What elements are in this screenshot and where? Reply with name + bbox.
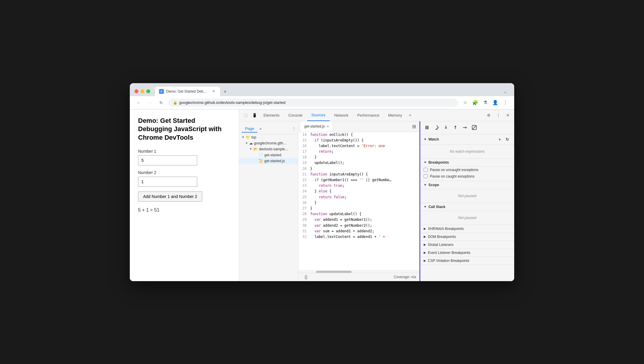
call-stack-section-header[interactable]: ▼ Call Stack [420,203,514,211]
tab-sources[interactable]: Sources [307,109,330,121]
tab-elements[interactable]: Elements [259,109,284,121]
address-text: googlechrome.github.io/devtools-samples/… [179,100,453,105]
back-button[interactable]: ← [135,99,143,107]
code-content[interactable]: 14 function onClick() { 15 if (inputsAre… [298,132,420,270]
pause-uncaught-checkbox[interactable] [424,168,428,172]
line-code-32: label.textContent = addend1 + ' + [310,234,420,240]
call-stack-title: Call Stack [428,205,445,209]
tab-bar-end-icon[interactable]: ⌄ [501,87,509,96]
active-tab[interactable]: D Demo: Get Started Debuggin... ✕ [155,87,220,96]
scope-section-content: Not paused [420,189,514,203]
devtools-more-button[interactable]: ⋮ [494,111,502,119]
xhr-breakpoints-label: XHR/fetch Breakpoints [428,227,464,231]
breakpoints-section-header[interactable]: ▼ Breakpoints [420,159,514,167]
csp-violation-breakpoints-row[interactable]: ▶ CSP Violation Breakpoints [420,257,514,265]
split-panel-icon[interactable]: ⊞ [411,123,417,131]
dom-breakpoints-row[interactable]: ▶ DOM Breakpoints [420,233,514,241]
new-tab-button[interactable]: + [221,87,230,96]
deactivate-icon [472,125,477,130]
watch-add-button[interactable]: + [496,136,503,143]
forward-button[interactable]: → [146,99,154,107]
watch-refresh-button[interactable]: ↻ [504,136,511,143]
breakpoints-title: Breakpoints [428,160,449,165]
labs-button[interactable]: ⚗ [481,99,489,107]
profile-button[interactable]: 👤 [491,99,499,107]
file-tree-more-icon[interactable]: » [259,127,261,131]
call-stack-empty-message: Not paused [424,213,511,222]
code-tab-close-icon[interactable]: ✕ [326,125,329,128]
code-editor-tabs: get-started.js ✕ ⊞ [298,121,420,132]
devtools-body: Page » ⋮ ▼ 📁 top ▼ ☁ googlechrome.gith… [239,121,514,281]
devtools-close-button[interactable]: ✕ [504,111,512,119]
scope-section-header[interactable]: ▼ Scope [420,181,514,189]
tab-bar: D Demo: Get Started Debuggin... ✕ + [155,87,498,96]
pause-uncaught-label: Pause on uncaught exceptions [430,168,478,172]
step-into-button[interactable] [442,124,450,131]
step-over-button[interactable] [433,124,440,131]
file-tree-page-tab[interactable]: Page [242,125,258,133]
more-tabs-icon[interactable]: » [407,113,414,117]
format-code-button[interactable]: {} [302,273,310,281]
tree-item-devtools[interactable]: ▼ 📂 devtools-sample… [239,146,298,152]
devtools-inspect-icon[interactable]: ⬚ [242,111,250,119]
tree-icon-get-started: 📄 [259,153,263,157]
add-button[interactable]: Add Number 1 and Number 2 [138,191,202,202]
code-line-21: 21 function inputsAreEmpty() { [298,172,420,177]
line-num-30: 30 [298,223,310,228]
line-num-21: 21 [298,172,310,177]
reload-button[interactable]: ↻ [157,99,165,107]
xhr-breakpoints-row[interactable]: ▶ XHR/fetch Breakpoints [420,225,514,233]
number2-input[interactable] [138,177,197,187]
watch-section-header[interactable]: ▼ Watch + ↻ [420,134,514,145]
file-tree-panel: Page » ⋮ ▼ 📁 top ▼ ☁ googlechrome.gith… [239,121,298,281]
line-code-24: } else { [310,189,420,194]
code-line-15: 15 if (inputsAreEmpty()) { [298,138,420,143]
maximize-traffic-light[interactable] [146,89,150,93]
address-input[interactable]: 🔒 googlechrome.github.io/devtools-sample… [168,99,458,107]
devtools-device-icon[interactable]: 📱 [250,111,259,119]
number1-input[interactable] [138,155,197,165]
line-code-14: function onClick() { [310,132,420,138]
number1-label: Number 1 [138,149,231,154]
step-into-icon [444,125,448,130]
tab-close-icon[interactable]: ✕ [211,89,216,94]
file-tree-menu-icon[interactable]: ⋮ [292,127,296,131]
line-code-20: } [310,166,420,172]
code-line-30: 30 var addend2 = getNumber2(); [298,223,420,228]
pause-caught-checkbox[interactable] [424,174,428,178]
tree-item-domain[interactable]: ▼ ☁ googlechrome.gith… [239,140,298,146]
step-out-button[interactable] [452,124,459,131]
code-line-20: 20 } [298,166,420,172]
tab-memory[interactable]: Memory [384,109,406,121]
scope-empty-message: Not paused [424,191,511,200]
minimize-traffic-light[interactable] [140,89,144,93]
tree-item-get-started[interactable]: 📄 get-started [239,152,298,158]
watch-actions: + ↻ [496,136,511,143]
code-horizontal-scrollbar[interactable] [298,270,420,273]
line-num-18: 18 [298,154,310,160]
tree-item-top[interactable]: ▼ 📁 top [239,134,298,140]
line-code-26: } [310,200,420,206]
event-listener-breakpoints-row[interactable]: ▶ Event Listener Breakpoints [420,249,514,257]
pause-resume-button[interactable] [423,124,431,131]
tab-network[interactable]: Network [330,109,353,121]
debugger-toolbar [420,121,514,134]
code-line-18: 18 } [298,154,420,160]
line-code-23: return true; [310,183,420,189]
browser-menu-button[interactable]: ⋮ [501,99,509,107]
global-listeners-row[interactable]: ▶ Global Listeners [420,241,514,249]
close-traffic-light[interactable] [135,89,138,93]
code-line-22: 22 if (getNumber1() === '' || getNumbe… [298,177,420,183]
extensions-button[interactable]: 🧩 [471,99,479,107]
code-tab-get-started-js[interactable]: get-started.js ✕ [301,121,333,132]
tab-performance[interactable]: Performance [353,109,383,121]
tab-console[interactable]: Console [284,109,307,121]
devtools-settings-button[interactable]: ⚙ [485,111,493,119]
tree-label-devtools: devtools-sample… [259,147,288,151]
bookmark-button[interactable]: ☆ [461,99,469,107]
svg-rect-0 [425,126,427,129]
step-button[interactable] [461,124,469,131]
code-line-23: 23 return true; [298,183,420,189]
tree-item-get-started-js[interactable]: 📜 get-started.js [239,158,298,164]
deactivate-breakpoints-button[interactable] [470,124,478,131]
